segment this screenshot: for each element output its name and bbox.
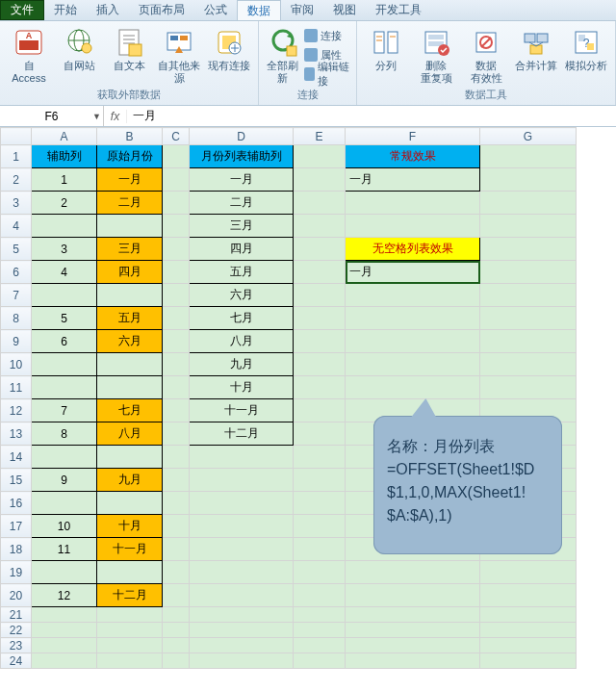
cell[interactable] — [294, 492, 346, 515]
cell-A2[interactable]: 1 — [32, 168, 97, 192]
cell-D8[interactable]: 七月 — [190, 307, 294, 330]
cell-B20[interactable]: 十二月 — [97, 584, 163, 607]
cell-A20[interactable]: 12 — [32, 584, 97, 607]
cell[interactable] — [190, 653, 294, 669]
cell[interactable] — [346, 353, 480, 376]
cell[interactable] — [294, 469, 346, 492]
cell[interactable] — [294, 653, 346, 669]
cell-A18[interactable]: 11 — [32, 538, 97, 561]
cell[interactable] — [346, 653, 480, 669]
cell-A13[interactable]: 8 — [32, 422, 97, 446]
existing-connections-button[interactable]: 现有连接 — [206, 25, 252, 72]
cell-B13[interactable]: 八月 — [97, 422, 163, 446]
cell-F1[interactable]: 常规效果 — [346, 145, 480, 168]
cell[interactable] — [346, 215, 480, 238]
cell[interactable] — [294, 376, 346, 399]
select-all-corner[interactable] — [1, 128, 32, 145]
cell[interactable] — [480, 307, 577, 330]
consolidate-button[interactable]: 合并计算 — [513, 25, 559, 72]
cell[interactable] — [163, 192, 190, 215]
cell[interactable] — [294, 538, 346, 561]
cell[interactable] — [294, 399, 346, 422]
cell[interactable] — [97, 623, 163, 638]
cell[interactable] — [480, 145, 577, 168]
cell[interactable] — [97, 638, 163, 653]
cell[interactable] — [163, 376, 190, 399]
cell[interactable] — [163, 469, 190, 492]
cell[interactable] — [32, 376, 97, 399]
cell[interactable] — [97, 492, 163, 515]
cell-D4[interactable]: 三月 — [190, 215, 294, 238]
cell[interactable] — [97, 353, 163, 376]
refresh-all-button[interactable]: 全部刷新 — [265, 25, 300, 84]
cell[interactable] — [163, 653, 190, 669]
cell[interactable] — [97, 561, 163, 584]
cell[interactable] — [163, 538, 190, 561]
cell[interactable] — [294, 584, 346, 607]
cell-B15[interactable]: 九月 — [97, 469, 163, 492]
cell[interactable] — [97, 653, 163, 669]
data-validation-button[interactable]: 数据 有效性 — [463, 25, 509, 84]
cell[interactable] — [294, 284, 346, 307]
col-header-D[interactable]: D — [190, 128, 294, 145]
cell[interactable] — [190, 584, 294, 607]
tab-formulas[interactable]: 公式 — [194, 0, 237, 20]
cell-B3[interactable]: 二月 — [97, 192, 163, 215]
cell[interactable] — [32, 607, 97, 623]
name-box[interactable]: F6 ▼ — [0, 106, 104, 126]
cell[interactable] — [480, 192, 577, 215]
cell[interactable] — [32, 653, 97, 669]
cell[interactable] — [294, 515, 346, 538]
cell[interactable] — [294, 238, 346, 261]
cell-D12[interactable]: 十一月 — [190, 399, 294, 422]
cell-B1[interactable]: 原始月份 — [97, 145, 163, 168]
what-if-button[interactable]: ? 模拟分析 — [563, 25, 609, 72]
cell[interactable] — [480, 215, 577, 238]
cell[interactable] — [480, 376, 577, 399]
cell[interactable] — [97, 446, 163, 469]
cell[interactable] — [97, 215, 163, 238]
cell-B12[interactable]: 七月 — [97, 399, 163, 422]
cell[interactable] — [480, 653, 577, 669]
cell[interactable] — [294, 623, 346, 638]
cell[interactable] — [346, 192, 480, 215]
cell-B8[interactable]: 五月 — [97, 307, 163, 330]
edit-links-link[interactable]: 编辑链接 — [304, 65, 350, 83]
cell-B17[interactable]: 十月 — [97, 515, 163, 538]
cell[interactable] — [480, 561, 577, 584]
cell[interactable] — [294, 353, 346, 376]
cell-D9[interactable]: 八月 — [190, 330, 294, 353]
tab-developer[interactable]: 开发工具 — [366, 0, 431, 20]
cell[interactable] — [294, 261, 346, 284]
cell[interactable] — [346, 284, 480, 307]
cell-D1[interactable]: 月份列表辅助列 — [190, 145, 294, 168]
cell[interactable] — [97, 376, 163, 399]
cell[interactable] — [480, 238, 577, 261]
cell[interactable] — [163, 330, 190, 353]
cell[interactable] — [480, 168, 577, 192]
cell[interactable] — [190, 538, 294, 561]
cell-D3[interactable]: 二月 — [190, 192, 294, 215]
col-header-C[interactable]: C — [163, 128, 190, 145]
cell[interactable] — [163, 168, 190, 192]
tab-data[interactable]: 数据 — [237, 0, 281, 20]
cell-A8[interactable]: 5 — [32, 307, 97, 330]
formula-input[interactable]: 一月 — [127, 108, 162, 124]
cell-B18[interactable]: 十一月 — [97, 538, 163, 561]
cell[interactable] — [190, 561, 294, 584]
cell-A17[interactable]: 10 — [32, 515, 97, 538]
cell[interactable] — [32, 446, 97, 469]
cell[interactable] — [32, 638, 97, 653]
col-header-A[interactable]: A — [32, 128, 97, 145]
spreadsheet-grid[interactable]: A B C D E F G 1 辅助列 原始月份 月份列表辅助列 常规效果 2 … — [0, 127, 616, 691]
cell[interactable] — [190, 515, 294, 538]
cell[interactable] — [190, 492, 294, 515]
cell[interactable] — [163, 284, 190, 307]
cell[interactable] — [32, 284, 97, 307]
cell-A12[interactable]: 7 — [32, 399, 97, 422]
cell[interactable] — [163, 638, 190, 653]
cell[interactable] — [346, 561, 480, 584]
cell[interactable] — [163, 261, 190, 284]
cell[interactable] — [190, 638, 294, 653]
chevron-down-icon[interactable]: ▼ — [92, 112, 101, 121]
